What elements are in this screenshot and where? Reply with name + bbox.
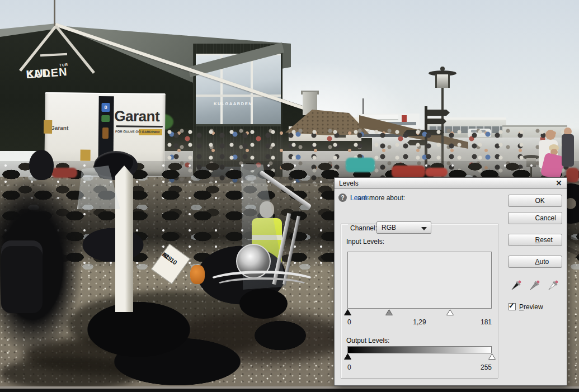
- truck-blue-sign: 0: [101, 103, 110, 112]
- output-gradient-bar: [347, 346, 492, 353]
- lamppost-lantern: [435, 74, 450, 88]
- truck-gold-patch: [44, 120, 52, 134]
- white-point-eyedropper[interactable]: [545, 278, 560, 293]
- auto-button[interactable]: Auto: [508, 256, 562, 268]
- channel-label: Channel:: [348, 224, 379, 232]
- dialog-title: Levels: [339, 180, 359, 187]
- chevron-down-icon: [421, 227, 427, 230]
- channel-dropdown[interactable]: RGB: [376, 221, 431, 234]
- output-values-row: 0 255: [347, 363, 492, 371]
- garant-logo: Garant: [114, 107, 159, 125]
- red-motorcycle: [566, 168, 579, 182]
- helmet: [29, 150, 54, 180]
- output-slider-track: [347, 353, 492, 360]
- signpost-arrow: [427, 110, 450, 116]
- screenshot-root: KULGAARDEN KUL✓LADEN TUR 0 Garant FOR GU…: [0, 0, 579, 392]
- canvas-black-bar: [0, 389, 579, 392]
- dialog-titlebar[interactable]: Levels ✕: [335, 178, 567, 189]
- preview-label[interactable]: Preview: [519, 303, 543, 311]
- input-slider-track: [347, 309, 492, 316]
- channel-value: RGB: [382, 224, 396, 232]
- person-head: [545, 130, 556, 140]
- red-motorcycle: [392, 166, 425, 178]
- kulgaarden-sign: KULGAARDEN: [214, 101, 252, 106]
- truck-gold-patch: [80, 150, 90, 161]
- ok-button[interactable]: OK: [508, 195, 562, 207]
- input-highlight-value: 181: [481, 318, 492, 326]
- histogram-bars: [348, 252, 491, 308]
- lamppost-finial: [440, 67, 445, 71]
- flagpole: [54, 0, 55, 26]
- input-values-row: 0 1,29 181: [347, 318, 492, 326]
- output-shadow-value: 0: [347, 363, 351, 371]
- output-levels-label: Output Levels:: [346, 337, 389, 344]
- white-bollard: [115, 166, 133, 312]
- check-icon: ✓: [509, 301, 515, 310]
- shadow-input-slider[interactable]: [344, 309, 351, 315]
- output-shadow-slider[interactable]: [344, 353, 351, 360]
- signpost-arrow: [427, 119, 446, 124]
- ferry-mast: [363, 98, 364, 114]
- gamma-slider[interactable]: [385, 309, 393, 315]
- reset-button[interactable]: Reset: [508, 234, 562, 246]
- levels-dialog: Levels ✕ ? Learn more about: Levels OK C…: [334, 177, 567, 386]
- help-link[interactable]: Levels: [350, 194, 370, 202]
- red-motorcycle: [425, 168, 448, 177]
- output-highlight-value: 255: [481, 363, 492, 371]
- black-point-eyedropper[interactable]: [509, 278, 523, 293]
- histogram: [347, 252, 492, 309]
- turn-signal: [190, 265, 205, 284]
- help-icon: ?: [338, 193, 347, 202]
- rear-wheel: [239, 289, 288, 319]
- output-highlight-slider[interactable]: [488, 353, 496, 360]
- gray-point-eyedropper[interactable]: [527, 278, 542, 293]
- input-shadow-value: 0: [347, 318, 351, 326]
- highlight-input-slider[interactable]: [446, 309, 454, 315]
- cancel-button[interactable]: Cancel: [508, 212, 562, 224]
- garant-tagline: FOR GULVE OG GARDINER: [115, 130, 159, 134]
- truck-amber-sign: [102, 127, 109, 139]
- preview-checkbox[interactable]: ✓: [509, 303, 516, 310]
- garant-logo-small: Garant: [50, 125, 68, 131]
- saddlebag: [1, 240, 43, 313]
- close-icon[interactable]: ✕: [554, 178, 564, 188]
- ferry-funnel: [402, 115, 407, 122]
- person-dark-shirt: [562, 134, 574, 167]
- truck-green-sign: [101, 115, 110, 122]
- input-gamma-value: 1,29: [413, 318, 426, 326]
- input-levels-label: Input Levels:: [346, 238, 384, 245]
- foreground-motorcycles: HL 10 429: [0, 162, 372, 390]
